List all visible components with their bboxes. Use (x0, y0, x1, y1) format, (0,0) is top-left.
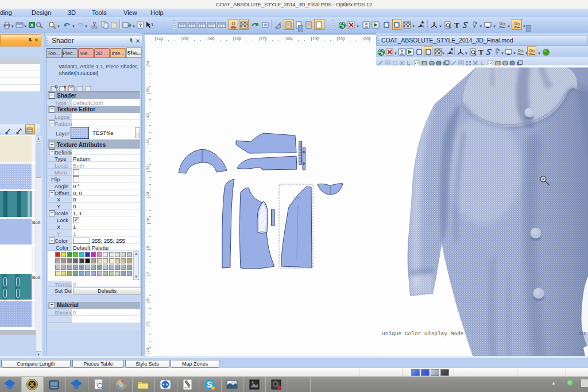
svg-text:T: T (478, 48, 483, 56)
svg-text:Unique Color Display Mode: Unique Color Display Mode (382, 331, 464, 337)
svg-text:X: X (30, 22, 33, 28)
svg-text:SI: SI (579, 331, 586, 337)
svg-text:?: ? (139, 22, 142, 28)
svg-text:T: T (454, 21, 459, 29)
svg-text:?: ? (151, 22, 153, 27)
